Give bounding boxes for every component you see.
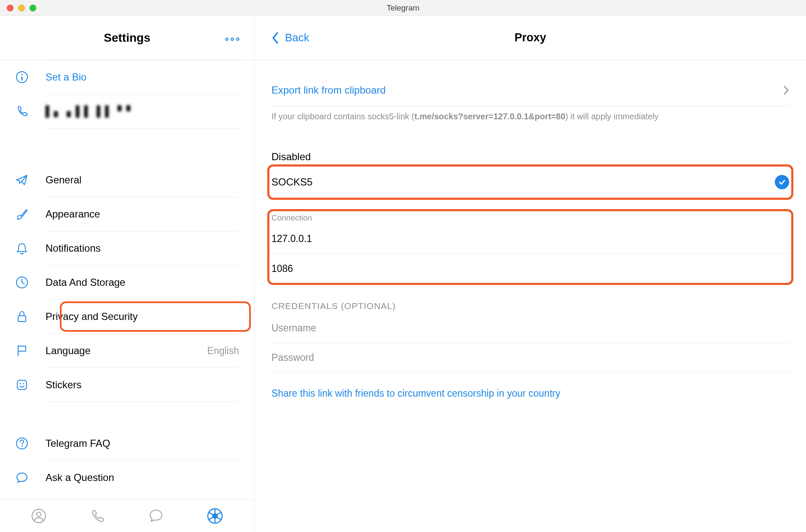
share-link-label: Share this link with friends to circumve… <box>271 388 560 399</box>
sidebar-header: Settings <box>0 16 254 60</box>
sidebar-item-label: Privacy and Security <box>46 311 254 322</box>
sidebar-item-label: Language <box>46 345 207 357</box>
clock-icon <box>15 276 46 289</box>
sidebar-footer <box>0 499 254 532</box>
contacts-tab-icon[interactable] <box>31 508 47 524</box>
sidebar-item-notifications[interactable]: Notifications <box>15 231 254 265</box>
credentials-label: CREDENTIALS (OPTIONAL) <box>271 283 789 314</box>
info-icon <box>15 70 46 84</box>
sidebar-item-label: Appearance <box>46 208 254 220</box>
content-title: Proxy <box>255 31 806 44</box>
sidebar-item-label: ▌▖▗ ▌▌ ▌▌ ▘▘ <box>46 105 254 117</box>
settings-sidebar: Settings Set a Bio <box>0 16 255 532</box>
paper-plane-icon <box>15 173 46 187</box>
svg-point-4 <box>21 74 23 75</box>
export-link-label: Export link from clipboard <box>271 84 386 96</box>
export-link-row[interactable]: Export link from clipboard <box>271 74 789 106</box>
bell-icon <box>15 242 46 255</box>
sticker-icon <box>15 378 46 392</box>
flag-icon <box>15 344 46 357</box>
sidebar-item-ask-question[interactable]: Ask a Question <box>15 461 254 494</box>
proxy-state-heading: Disabled <box>271 131 789 166</box>
svg-rect-5 <box>21 76 23 81</box>
content-body: Export link from clipboard If your clipb… <box>255 60 806 532</box>
port-field[interactable] <box>271 254 789 283</box>
sidebar-item-appearance[interactable]: Appearance <box>15 197 254 231</box>
port-input[interactable] <box>271 263 789 274</box>
lock-icon <box>15 310 46 323</box>
back-label: Back <box>285 31 309 44</box>
sidebar-item-faq[interactable]: Telegram FAQ <box>15 427 254 460</box>
svg-point-19 <box>212 513 218 519</box>
svg-point-2 <box>236 38 239 40</box>
svg-point-10 <box>23 383 24 384</box>
content-header: Back Proxy <box>255 16 806 60</box>
title-bar: Telegram <box>0 0 806 16</box>
username-field[interactable] <box>271 314 789 343</box>
sidebar-item-label: Telegram FAQ <box>46 438 254 449</box>
back-button[interactable]: Back <box>271 31 309 44</box>
svg-point-12 <box>21 445 23 446</box>
more-icon[interactable] <box>225 32 240 44</box>
paintbrush-icon <box>15 207 46 221</box>
host-field[interactable] <box>271 224 789 254</box>
phone-icon <box>15 105 46 118</box>
svg-point-0 <box>226 38 228 40</box>
svg-point-1 <box>231 38 234 40</box>
settings-tab-icon[interactable] <box>207 508 223 524</box>
svg-rect-7 <box>18 316 26 322</box>
sidebar-title: Settings <box>104 31 150 45</box>
username-input[interactable] <box>271 322 789 334</box>
password-input[interactable] <box>271 352 789 363</box>
window-title: Telegram <box>0 3 806 13</box>
sidebar-item-label: Notifications <box>46 242 254 254</box>
proxy-type-label: SOCKS5 <box>271 176 312 188</box>
password-field[interactable] <box>271 343 789 373</box>
sidebar-item-set-bio[interactable]: Set a Bio <box>15 60 254 94</box>
sidebar-item-label: Stickers <box>46 379 254 391</box>
check-circle-icon <box>775 175 789 189</box>
chat-bubble-icon <box>15 471 46 484</box>
host-input[interactable] <box>271 233 789 245</box>
sidebar-item-data-storage[interactable]: Data And Storage <box>15 266 254 299</box>
sidebar-item-label: General <box>46 174 254 186</box>
sidebar-item-stickers[interactable]: Stickers <box>15 368 254 402</box>
content-panel: Back Proxy Export link from clipboard If… <box>255 16 806 532</box>
export-hint: If your clipboard contains socks5-link (… <box>271 106 789 131</box>
chats-tab-icon[interactable] <box>148 508 164 524</box>
chevron-right-icon <box>783 85 789 95</box>
proxy-type-row[interactable]: SOCKS5 <box>271 166 789 198</box>
sidebar-item-phone[interactable]: ▌▖▗ ▌▌ ▌▌ ▘▘ <box>15 94 254 128</box>
sidebar-item-label: Set a Bio <box>46 71 254 83</box>
help-icon <box>15 437 46 450</box>
sidebar-body: Set a Bio ▌▖▗ ▌▌ ▌▌ ▘▘ Gen <box>0 60 254 499</box>
svg-point-9 <box>19 383 21 384</box>
sidebar-item-language[interactable]: Language English <box>15 334 254 368</box>
share-link[interactable]: Share this link with friends to circumve… <box>271 373 789 399</box>
sidebar-item-label: Ask a Question <box>46 472 254 484</box>
svg-point-14 <box>37 512 41 516</box>
calls-tab-icon[interactable] <box>89 508 105 524</box>
sidebar-item-privacy-security[interactable]: Privacy and Security <box>15 300 254 333</box>
chevron-left-icon <box>271 32 279 44</box>
sidebar-item-value: English <box>207 345 239 357</box>
sidebar-item-label: Data And Storage <box>46 277 254 288</box>
sidebar-item-general[interactable]: General <box>15 163 254 197</box>
connection-label: Connection <box>271 210 789 224</box>
svg-rect-8 <box>17 380 27 390</box>
